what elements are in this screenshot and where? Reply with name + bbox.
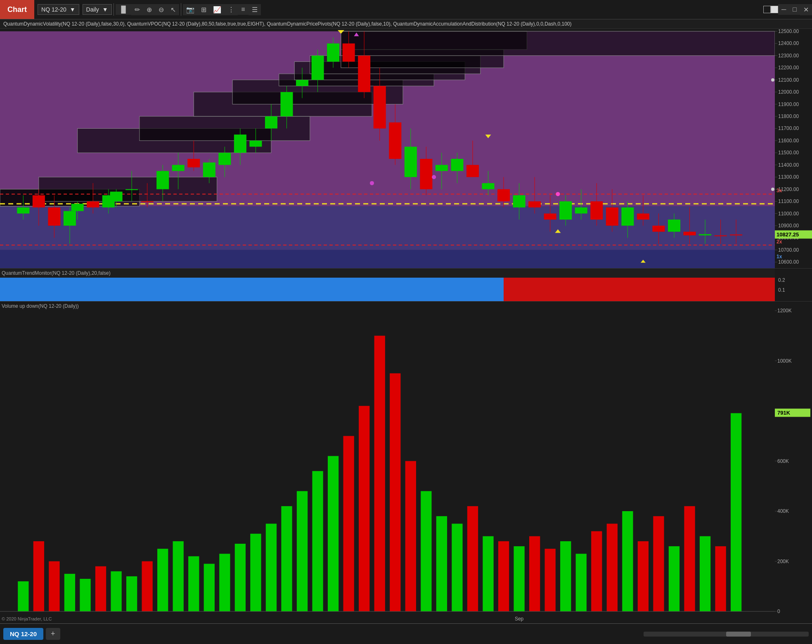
menu-icon[interactable]: ☰ xyxy=(249,4,261,15)
color-square-1 xyxy=(763,6,771,13)
line-chart-icon[interactable]: 📈 xyxy=(210,4,225,15)
volume-panel[interactable] xyxy=(0,301,812,623)
interval-label: Daily xyxy=(86,6,99,13)
trend-monitor[interactable] xyxy=(0,268,812,301)
close-icon[interactable]: ✕ xyxy=(800,4,812,15)
tabbar: NQ 12-20 + xyxy=(0,623,812,644)
symbol-dropdown[interactable]: NQ 12-20 ▼ xyxy=(38,4,79,15)
trend-canvas xyxy=(0,269,812,301)
interval-chevron-icon: ▼ xyxy=(102,6,108,13)
tab-label: NQ 12-20 xyxy=(10,630,37,637)
price-canvas xyxy=(0,29,812,268)
magnify-plus-icon[interactable]: ⊕ xyxy=(143,4,155,15)
chart-tab[interactable]: Chart xyxy=(0,0,34,19)
minimize-icon[interactable]: ─ xyxy=(778,4,789,15)
color-square-2 xyxy=(771,6,778,13)
separator1 xyxy=(114,3,114,16)
list-icon[interactable]: ≡ xyxy=(238,4,248,15)
main-area: QuantumDynamicVolatility(NQ 12-20 (Daily… xyxy=(0,19,812,623)
interval-dropdown[interactable]: Daily ▼ xyxy=(83,4,112,15)
horizontal-scrollbar[interactable] xyxy=(644,632,809,637)
maximize-icon[interactable]: □ xyxy=(789,4,800,15)
camera-icon[interactable]: 📷 xyxy=(183,4,198,15)
separator2 xyxy=(181,3,181,16)
bar-chart-icon[interactable]: ▐▌ xyxy=(116,4,132,15)
symbol-label: NQ 12-20 xyxy=(41,6,66,13)
titlebar: Chart NQ 12-20 ▼ Daily ▼ ▐▌ ✏ ⊕ ⊖ ↖ 📷 ⊞ … xyxy=(0,0,812,19)
scrollbar-thumb[interactable] xyxy=(726,632,751,637)
candle-icon[interactable]: ⋮ xyxy=(225,4,238,15)
indicator-label: QuantumDynamicVolatility(NQ 12-20 (Daily… xyxy=(0,19,812,29)
volume-canvas xyxy=(0,302,812,623)
magnify-minus-icon[interactable]: ⊖ xyxy=(155,4,167,15)
tab-nq1220[interactable]: NQ 12-20 xyxy=(3,628,43,640)
symbol-chevron-icon: ▼ xyxy=(70,6,76,13)
add-tab-button[interactable]: + xyxy=(46,628,60,640)
pencil-icon[interactable]: ✏ xyxy=(131,4,143,15)
price-chart[interactable] xyxy=(0,29,812,268)
grid-icon[interactable]: ⊞ xyxy=(198,4,210,15)
arrow-icon[interactable]: ↖ xyxy=(167,4,179,15)
